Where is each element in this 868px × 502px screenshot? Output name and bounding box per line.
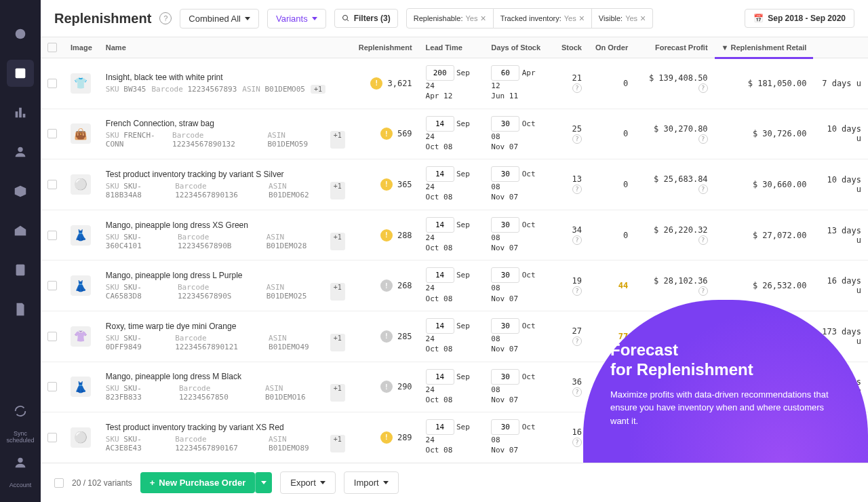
- col-lead-time[interactable]: Lead Time: [419, 37, 485, 58]
- more-tag[interactable]: +1: [330, 131, 345, 149]
- info-icon[interactable]: ?: [572, 235, 582, 245]
- nav-docs[interactable]: [7, 296, 34, 323]
- more-tag[interactable]: +1: [330, 435, 345, 452]
- nav-dashboard[interactable]: [7, 20, 34, 47]
- row-checkbox[interactable]: [47, 281, 57, 290]
- info-icon[interactable]: ?: [572, 185, 582, 194]
- days-stock-input[interactable]: [491, 65, 519, 81]
- product-thumb: ⚪: [71, 174, 91, 195]
- lead-time-input[interactable]: [426, 217, 454, 233]
- nav-contacts[interactable]: [7, 138, 34, 166]
- lead-time-input[interactable]: [426, 318, 454, 334]
- more-tag[interactable]: +1: [330, 233, 345, 250]
- row-checkbox[interactable]: [47, 129, 57, 138]
- lead-time-input[interactable]: [426, 369, 454, 385]
- view-dropdown[interactable]: Combined All: [180, 9, 259, 28]
- table-row[interactable]: 👕 Insight, black tee with white print SK…: [41, 58, 868, 109]
- nav-reports[interactable]: [7, 99, 34, 126]
- col-replenishment[interactable]: Replenishment: [352, 37, 419, 58]
- table-row[interactable]: 👗 Mango, pineapple long dress XS Green S…: [41, 210, 868, 260]
- info-icon[interactable]: ?: [698, 286, 708, 296]
- select-all-checkbox[interactable]: [47, 43, 57, 52]
- col-name[interactable]: Name: [99, 37, 352, 58]
- nav-warehouse[interactable]: [7, 217, 34, 244]
- stock-value: 27: [572, 326, 581, 336]
- new-po-button[interactable]: +New Purchase Order: [140, 472, 255, 493]
- help-icon[interactable]: ?: [159, 12, 172, 24]
- days-stock-input[interactable]: [491, 369, 519, 385]
- row-checkbox[interactable]: [47, 231, 57, 240]
- import-button[interactable]: Import: [344, 471, 399, 494]
- status-indicator: !: [380, 381, 393, 393]
- days-stock-input[interactable]: [491, 267, 519, 283]
- nav-products[interactable]: [7, 178, 34, 205]
- row-checkbox[interactable]: [47, 382, 57, 391]
- more-tag[interactable]: +1: [330, 283, 345, 301]
- days-stock-input[interactable]: [491, 166, 519, 182]
- days-stock-input[interactable]: [491, 217, 519, 233]
- lead-time-input[interactable]: [426, 419, 454, 435]
- col-image[interactable]: Image: [64, 37, 99, 58]
- days-stock-input[interactable]: [491, 318, 519, 334]
- info-icon[interactable]: ?: [572, 134, 582, 144]
- on-order-value: 0: [589, 210, 635, 260]
- col-on-order[interactable]: On Order: [589, 37, 635, 58]
- filters-button[interactable]: Filters (3): [334, 9, 398, 28]
- remove-filter-icon[interactable]: ×: [640, 13, 646, 24]
- remove-filter-icon[interactable]: ×: [480, 13, 486, 24]
- info-icon[interactable]: ?: [572, 83, 582, 93]
- grouping-dropdown[interactable]: Variants: [267, 9, 326, 28]
- new-po-dropdown[interactable]: [255, 472, 272, 493]
- col-stock[interactable]: Stock: [553, 37, 589, 58]
- more-tag[interactable]: +1: [311, 85, 326, 94]
- lead-time-input[interactable]: [426, 166, 454, 182]
- account-avatar[interactable]: [7, 449, 34, 476]
- info-icon[interactable]: ?: [572, 438, 582, 447]
- row-checkbox[interactable]: [47, 332, 57, 341]
- svg-point-0: [16, 29, 26, 39]
- remove-filter-icon[interactable]: ×: [579, 13, 585, 24]
- replenishment-qty: 285: [397, 331, 412, 341]
- more-tag[interactable]: +1: [330, 334, 345, 351]
- nav-calc[interactable]: [7, 256, 34, 284]
- col-forecast-profit[interactable]: Forecast Profit: [635, 37, 714, 58]
- product-thumb: 👜: [71, 123, 91, 144]
- footer-select-all[interactable]: [54, 478, 64, 488]
- product-name: Roxy, time warp tie dye mini Orange: [106, 322, 345, 331]
- info-icon[interactable]: ?: [572, 336, 582, 346]
- table-row[interactable]: 👜 French Connection, straw bag SKU FRENC…: [41, 109, 868, 159]
- nav-replenishment[interactable]: [7, 60, 34, 87]
- export-button[interactable]: Export: [280, 471, 336, 494]
- status-indicator: !: [380, 128, 393, 140]
- more-tag[interactable]: +1: [330, 182, 345, 199]
- lead-time-input[interactable]: [426, 116, 454, 132]
- retail-value: $ 30,660.00: [715, 159, 814, 210]
- on-order-value: 0: [589, 159, 635, 210]
- date-range-picker[interactable]: 📅Sep 2018 - Sep 2020: [745, 9, 854, 28]
- stock-value: 21: [572, 73, 581, 83]
- table-container: Image Name Replenishment Lead Time Days …: [41, 37, 868, 463]
- status-indicator: !: [380, 178, 393, 191]
- col-days-stock[interactable]: Days of Stock: [484, 37, 553, 58]
- info-icon[interactable]: ?: [572, 286, 582, 296]
- product-meta: SKU SKU-AC3E8E43 Barcode 12234567890167 …: [106, 435, 345, 452]
- info-icon[interactable]: ?: [698, 235, 708, 245]
- days-stock-input[interactable]: [491, 116, 519, 132]
- sync-status[interactable]: [7, 398, 34, 425]
- info-icon[interactable]: ?: [572, 387, 582, 397]
- info-icon[interactable]: ?: [698, 83, 708, 93]
- more-tag[interactable]: +1: [330, 384, 345, 402]
- lead-time-input[interactable]: [426, 65, 454, 81]
- replenishment-qty: 365: [397, 179, 412, 189]
- row-checkbox[interactable]: [47, 180, 57, 189]
- table-row[interactable]: ⚪ Test product inventory tracking by var…: [41, 159, 868, 210]
- col-retail[interactable]: ▼ Replenishment Retail: [715, 37, 814, 58]
- row-checkbox[interactable]: [47, 79, 57, 88]
- days-stock-input[interactable]: [491, 419, 519, 435]
- search-icon: [342, 14, 350, 22]
- info-icon[interactable]: ?: [698, 134, 708, 144]
- tail-value: 16 days u: [813, 260, 868, 311]
- info-icon[interactable]: ?: [698, 185, 708, 194]
- row-checkbox[interactable]: [47, 433, 57, 442]
- lead-time-input[interactable]: [426, 267, 454, 283]
